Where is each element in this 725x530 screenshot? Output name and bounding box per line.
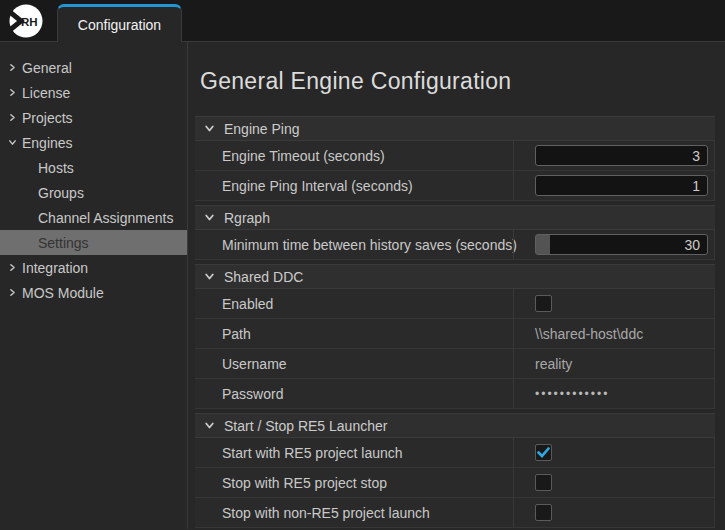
username-value[interactable]: reality (535, 356, 572, 372)
sidebar-item-label: Integration (22, 260, 88, 276)
field-value-cell (513, 438, 714, 467)
path-value[interactable]: \\shared-host\ddc (535, 326, 643, 342)
engine-ping-interval-seconds-input[interactable] (535, 175, 708, 196)
chevron-down-icon[interactable] (204, 420, 215, 431)
section-header-start-stop-re5-launcher[interactable]: Start / Stop RE5 Launcher (195, 413, 715, 438)
start-with-re5-project-launch-checkbox[interactable] (535, 444, 552, 461)
tab-configuration[interactable]: Configuration (57, 4, 182, 42)
chevron-down-icon[interactable] (204, 271, 215, 282)
sidebar-item-engines[interactable]: Engines (0, 130, 187, 155)
sidebar-item-label: Engines (22, 135, 73, 151)
field-label: Minimum time between history saves (seco… (195, 230, 513, 259)
section-label: Shared DDC (224, 269, 303, 285)
top-tab-bar: RH Configuration (0, 0, 725, 42)
form-row-username: Usernamereality (195, 349, 715, 379)
field-value-cell (513, 171, 714, 200)
sidebar-item-label: Groups (38, 185, 84, 201)
field-label: Password (195, 379, 513, 408)
form-row-engine-ping-interval-seconds: Engine Ping Interval (seconds) (195, 171, 715, 201)
sidebar-item-channel-assignments[interactable]: Channel Assignments (0, 205, 187, 230)
chevron-right-icon[interactable] (8, 263, 22, 272)
field-value-cell (513, 141, 714, 170)
svg-text:RH: RH (21, 16, 38, 28)
chevron-right-icon[interactable] (8, 88, 22, 97)
field-value-cell (513, 468, 714, 497)
form-row-start-with-re5-project-launch: Start with RE5 project launch (195, 438, 715, 468)
section-header-engine-ping[interactable]: Engine Ping (195, 116, 715, 141)
password-value[interactable]: •••••••••••• (535, 387, 609, 401)
chevron-right-icon[interactable] (8, 288, 22, 297)
form-row-engine-timeout-seconds: Engine Timeout (seconds) (195, 141, 715, 171)
field-value-cell (513, 498, 714, 527)
field-label: Stop with RE5 project stop (195, 468, 513, 497)
sidebar: GeneralLicenseProjectsEnginesHostsGroups… (0, 42, 188, 529)
sidebar-item-label: Hosts (38, 160, 74, 176)
section-label: Start / Stop RE5 Launcher (224, 418, 387, 434)
sidebar-item-groups[interactable]: Groups (0, 180, 187, 205)
sidebar-item-label: Settings (38, 235, 89, 251)
field-value-cell: \\shared-host\ddc (513, 319, 714, 348)
sidebar-item-hosts[interactable]: Hosts (0, 155, 187, 180)
field-label: Enabled (195, 289, 513, 318)
sidebar-item-label: General (22, 60, 72, 76)
section-header-rgraph[interactable]: Rgraph (195, 205, 715, 230)
minimum-time-between-history-saves-seconds-input[interactable] (535, 234, 708, 255)
page-title: General Engine Configuration (195, 42, 715, 112)
section-header-shared-ddc[interactable]: Shared DDC (195, 264, 715, 289)
field-value-cell (513, 230, 714, 259)
chevron-right-icon[interactable] (8, 113, 22, 122)
settings-form: Engine PingEngine Timeout (seconds)Engin… (195, 116, 715, 528)
field-label: Start with RE5 project launch (195, 438, 513, 467)
field-value-cell (513, 289, 714, 318)
sidebar-item-label: Projects (22, 110, 73, 126)
chevron-down-icon[interactable] (204, 123, 215, 134)
sidebar-item-mos-module[interactable]: MOS Module (0, 280, 187, 305)
field-label: Engine Timeout (seconds) (195, 141, 513, 170)
sidebar-item-projects[interactable]: Projects (0, 105, 187, 130)
field-label: Path (195, 319, 513, 348)
sidebar-item-label: Channel Assignments (38, 210, 173, 226)
sidebar-item-label: License (22, 85, 70, 101)
app-logo-icon: RH (9, 4, 43, 38)
field-value-cell: reality (513, 349, 714, 378)
field-label: Username (195, 349, 513, 378)
section-label: Rgraph (224, 210, 270, 226)
form-row-stop-with-non-re5-project-launch: Stop with non-RE5 project launch (195, 498, 715, 528)
form-row-enabled: Enabled (195, 289, 715, 319)
chevron-down-icon[interactable] (204, 212, 215, 223)
sidebar-item-license[interactable]: License (0, 80, 187, 105)
chevron-down-icon[interactable] (8, 138, 22, 147)
form-row-password: Password•••••••••••• (195, 379, 715, 409)
sidebar-item-settings[interactable]: Settings (0, 230, 187, 255)
tab-label: Configuration (78, 17, 161, 33)
sidebar-item-label: MOS Module (22, 285, 104, 301)
enabled-checkbox[interactable] (535, 295, 552, 312)
sidebar-item-integration[interactable]: Integration (0, 255, 187, 280)
stop-with-re5-project-stop-checkbox[interactable] (535, 474, 552, 491)
section-label: Engine Ping (224, 121, 300, 137)
form-row-stop-with-re5-project-stop: Stop with RE5 project stop (195, 468, 715, 498)
main-content: General Engine Configuration Engine Ping… (188, 42, 725, 529)
form-row-path: Path\\shared-host\ddc (195, 319, 715, 349)
field-value-cell: •••••••••••• (513, 379, 714, 408)
form-row-minimum-time-between-history-saves-seconds: Minimum time between history saves (seco… (195, 230, 715, 260)
engine-timeout-seconds-input[interactable] (535, 145, 708, 166)
stop-with-non-re5-project-launch-checkbox[interactable] (535, 504, 552, 521)
chevron-right-icon[interactable] (8, 63, 22, 72)
sidebar-item-general[interactable]: General (0, 55, 187, 80)
field-label: Engine Ping Interval (seconds) (195, 171, 513, 200)
field-label: Stop with non-RE5 project launch (195, 498, 513, 527)
